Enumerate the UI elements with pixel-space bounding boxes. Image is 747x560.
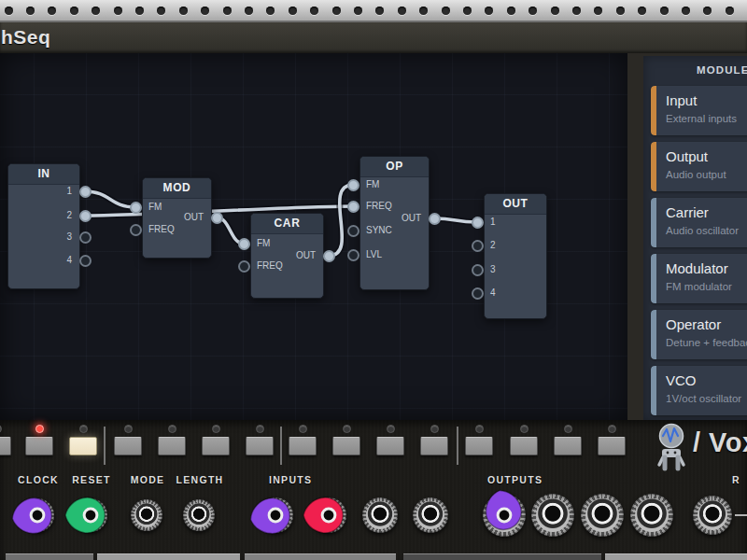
module-item-subtitle: Audio output <box>666 169 726 180</box>
step-button-7[interactable] <box>246 437 274 455</box>
jack-socket-12[interactable] <box>630 494 673 537</box>
module-accent-bar <box>651 366 656 415</box>
port-op-sync[interactable] <box>347 225 359 237</box>
port-car-fm[interactable] <box>238 238 250 250</box>
rail-screw-hole <box>135 7 144 15</box>
step-button-12[interactable] <box>465 437 493 455</box>
step-led-3 <box>79 425 88 433</box>
bottom-rail-segment <box>605 553 747 560</box>
module-item-title: Modulator <box>666 260 728 276</box>
panel-graphic-line <box>735 514 747 516</box>
module-title: hSeq <box>1 26 50 49</box>
rail-screw-hole <box>266 7 275 15</box>
step-button-5[interactable] <box>158 437 186 455</box>
jack-face <box>585 498 619 532</box>
jack-mode[interactable] <box>131 499 162 531</box>
graph-node-title[interactable]: CAR <box>251 214 323 234</box>
step-button-3[interactable] <box>69 437 97 455</box>
cable-plug-purple[interactable] <box>474 485 534 549</box>
port-label: 2 <box>66 211 72 220</box>
graph-node-op[interactable]: OP <box>359 156 430 290</box>
jack-length[interactable] <box>183 499 215 531</box>
module-library-sidebar: MODULES InputExternal inputsOutputAudio … <box>643 56 747 420</box>
jack-face <box>134 503 160 528</box>
step-led-5 <box>168 425 176 433</box>
step-button-13[interactable] <box>510 437 538 455</box>
bottom-rail-segment <box>403 553 601 560</box>
port-in-2[interactable] <box>79 210 92 222</box>
jack-socket-13[interactable] <box>693 496 732 535</box>
port-out-4[interactable] <box>472 287 484 300</box>
port-car-out[interactable] <box>323 250 335 262</box>
graph-node-title[interactable]: OUT <box>485 194 546 215</box>
port-op-out[interactable] <box>429 213 441 225</box>
jack-label-length: LENGTH <box>176 474 224 485</box>
port-mod-out[interactable] <box>211 212 223 224</box>
jack-face <box>416 501 444 529</box>
port-op-freq[interactable] <box>347 201 359 213</box>
voxglitch-robot-icon <box>650 422 693 472</box>
step-button-1[interactable] <box>0 437 11 455</box>
sidebar-item-modulator[interactable]: ModulatorFM modulator <box>651 254 747 303</box>
jack-socket-10[interactable] <box>531 494 574 537</box>
port-mod-fm[interactable] <box>130 202 142 214</box>
graph-node-out[interactable]: OUT <box>484 193 547 319</box>
sidebar-item-input[interactable]: InputExternal inputs <box>651 86 747 135</box>
port-out-2[interactable] <box>472 240 484 252</box>
cable-plug-red[interactable] <box>299 485 359 549</box>
section-label-inputs: INPUTS <box>269 474 312 485</box>
graph-node-title[interactable]: OP <box>360 157 429 177</box>
graph-node-title[interactable]: IN <box>8 164 79 185</box>
jack-socket-8[interactable] <box>413 497 448 533</box>
step-button-11[interactable] <box>420 437 448 455</box>
sidebar-item-output[interactable]: OutputAudio output <box>651 142 747 191</box>
port-in-4[interactable] <box>79 255 92 267</box>
rail-screw-hole <box>5 7 13 15</box>
port-label: SYNC <box>366 226 392 235</box>
step-button-10[interactable] <box>376 437 404 455</box>
cable-plug-purple[interactable] <box>246 485 305 549</box>
port-label: 3 <box>490 265 496 274</box>
port-car-freq[interactable] <box>238 260 250 273</box>
module-item-subtitle: Audio oscillator <box>666 225 739 236</box>
port-out-1[interactable] <box>472 217 484 229</box>
sidebar-item-operator[interactable]: OperatorDetune + feedback <box>651 310 747 359</box>
step-button-9[interactable] <box>332 437 360 455</box>
port-in-1[interactable] <box>79 186 92 198</box>
port-out-3[interactable] <box>472 264 484 276</box>
port-label: FREQ <box>366 202 392 211</box>
cable-plug-purple[interactable] <box>7 485 67 549</box>
jack-socket-7[interactable] <box>362 497 398 533</box>
port-op-lvl[interactable] <box>347 249 359 261</box>
step-button-15[interactable] <box>598 437 626 455</box>
port-label: FM <box>366 180 379 189</box>
port-in-3[interactable] <box>79 231 92 244</box>
step-button-14[interactable] <box>554 437 582 455</box>
cable-plug-green[interactable] <box>61 485 120 549</box>
module-accent-bar <box>651 142 656 191</box>
port-label: 4 <box>490 288 496 298</box>
step-led-10 <box>387 425 395 433</box>
sidebar-item-vco[interactable]: VCO1V/oct oscillator <box>651 366 747 415</box>
step-button-4[interactable] <box>114 437 142 455</box>
rail-screw-hole <box>703 7 712 15</box>
jack-socket-11[interactable] <box>581 494 624 537</box>
patch-cable[interactable] <box>329 185 353 256</box>
port-op-fm[interactable] <box>347 179 359 191</box>
graph-node-in[interactable]: IN <box>7 163 80 289</box>
rail-screw-hole <box>70 7 78 15</box>
sidebar-item-carrier[interactable]: CarrierAudio oscillator <box>651 198 747 247</box>
graph-node-title[interactable]: MOD <box>143 178 211 199</box>
step-led-6 <box>212 425 220 433</box>
port-label: FM <box>257 239 270 248</box>
step-led-11 <box>430 425 439 433</box>
port-label: FM <box>148 203 162 212</box>
patch-editor-canvas[interactable]: IN1234MODFMFREQOUTCARFMFREQOUTOPFMFREQSY… <box>0 53 627 420</box>
rail-screw-hole <box>442 7 450 15</box>
module-item-subtitle: External inputs <box>666 113 737 124</box>
port-mod-freq[interactable] <box>130 224 142 236</box>
step-button-8[interactable] <box>289 437 317 455</box>
step-button-6[interactable] <box>202 437 230 455</box>
rail-screw-hole <box>507 7 515 15</box>
step-button-2[interactable] <box>25 437 53 455</box>
